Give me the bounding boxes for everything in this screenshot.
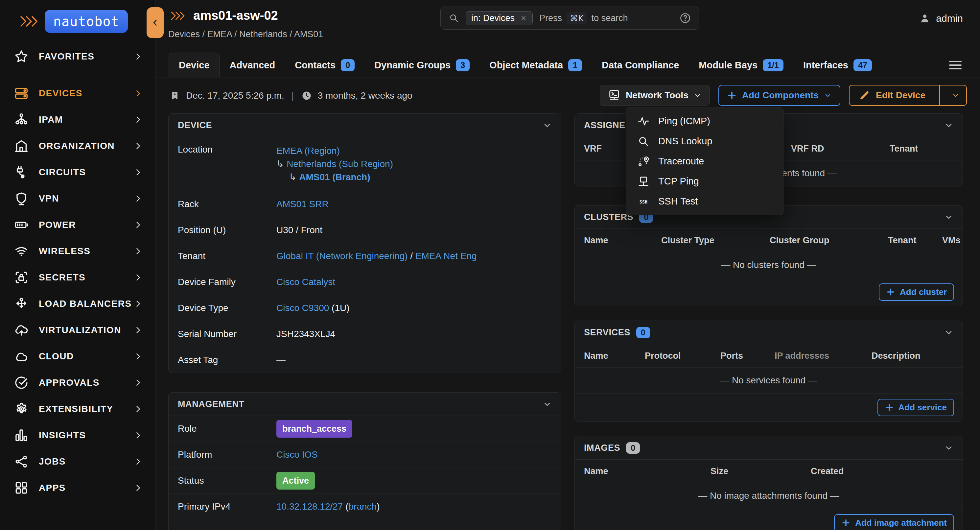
tab-count-badge: 1/1: [763, 59, 783, 72]
chevron-down-icon[interactable]: [542, 399, 552, 409]
sidebar-item-ipam[interactable]: IPAM: [0, 107, 155, 133]
sidebar-item-apps[interactable]: APPS: [0, 475, 155, 501]
sidebar-collapse-button[interactable]: [146, 7, 164, 38]
global-search[interactable]: in: Devices Press ⌘K to search: [441, 6, 699, 30]
sidebar-item-power[interactable]: POWER: [0, 212, 155, 238]
edit-device-button[interactable]: Edit Device: [850, 86, 934, 105]
sidebar-item-wireless[interactable]: WIRELESS: [0, 238, 155, 264]
column-header-tenant[interactable]: Tenant: [889, 144, 953, 154]
sidebar-nav: FAVORITES DEVICES IPAM ORGANIZATION CIRC…: [0, 43, 155, 501]
add-components-button[interactable]: Add Components: [718, 85, 840, 106]
add-cluster-button[interactable]: Add cluster: [879, 283, 954, 301]
value-link[interactable]: branch: [349, 501, 377, 512]
breadcrumb[interactable]: Devices / EMEA / Netherlands / AMS01: [168, 29, 323, 40]
role-badge: branch_access: [276, 420, 352, 438]
menu-item-dns-lookup[interactable]: DNS Lookup: [626, 131, 783, 151]
column-header-description[interactable]: Description: [872, 351, 953, 361]
chevron-down-icon[interactable]: [944, 212, 953, 221]
column-header-created[interactable]: Created: [811, 466, 953, 476]
field-label: Asset Tag: [178, 355, 276, 365]
tab-module-bays[interactable]: Module Bays 1/1: [689, 53, 793, 78]
column-header-name[interactable]: Name: [584, 351, 645, 361]
chevron-down-icon[interactable]: [944, 121, 953, 130]
column-header-tenant[interactable]: Tenant: [888, 236, 942, 246]
value-link[interactable]: Cisco Catalyst: [276, 277, 335, 287]
sidebar-item-extensibility[interactable]: EXTENSIBILITY: [0, 396, 155, 422]
sidebar-item-organization[interactable]: ORGANIZATION: [0, 133, 155, 159]
field-value: U30 / Front: [276, 224, 322, 237]
sidebar-item-vpn[interactable]: VPN: [0, 185, 155, 212]
menu-item-ssh-test[interactable]: SSH SSH Test: [626, 191, 783, 212]
apps-icon: [14, 481, 29, 495]
chevron-down-icon[interactable]: [944, 328, 953, 337]
search-scope-chip[interactable]: in: Devices: [466, 11, 533, 25]
sidebar-item-jobs[interactable]: JOBS: [0, 449, 155, 475]
value-link[interactable]: EMEA (Region): [276, 146, 340, 156]
tab-contacts[interactable]: Contacts 0: [285, 53, 364, 78]
column-header-name[interactable]: Name: [584, 236, 661, 246]
column-header-protocol[interactable]: Protocol: [645, 351, 721, 361]
column-header-vms[interactable]: VMs: [942, 236, 961, 246]
value-link[interactable]: 10.32.128.12/27: [276, 501, 343, 512]
menu-icon[interactable]: [949, 61, 962, 69]
tab-object-metadata[interactable]: Object Metadata 1: [479, 53, 592, 78]
value-link[interactable]: Cisco C9300: [276, 303, 329, 313]
column-header-cluster-type[interactable]: Cluster Type: [661, 236, 770, 246]
sidebar-item-approvals[interactable]: APPROVALS: [0, 369, 155, 396]
field-value: EMEA (Region)↳ Netherlands (Sub Region)↳…: [276, 144, 393, 184]
value-link[interactable]: Global IT (Network Engineering): [276, 251, 407, 261]
edit-device-dropdown-toggle[interactable]: [945, 86, 966, 105]
field-value: Cisco Catalyst: [276, 275, 335, 289]
sidebar-item-load-balancers[interactable]: LOAD BALANCERS: [0, 291, 155, 317]
search-hint-prefix: Press: [539, 13, 562, 23]
plus-icon: [727, 91, 737, 100]
column-header-name[interactable]: Name: [584, 466, 711, 476]
value-link[interactable]: EMEA Net Eng: [415, 251, 477, 261]
column-header-ports[interactable]: Ports: [721, 351, 775, 361]
sidebar-item-secrets[interactable]: SECRETS: [0, 264, 155, 291]
menu-item-ping-icmp[interactable]: Ping (ICMP): [626, 111, 783, 131]
sidebar-item-virtualization[interactable]: VIRTUALIZATION: [0, 317, 155, 343]
field-value: 10.32.128.12/27 (branch): [276, 500, 380, 513]
value-link[interactable]: AMS01 SRR: [276, 199, 329, 209]
sidebar-item-insights[interactable]: INSIGHTS: [0, 422, 155, 449]
tab-interfaces[interactable]: Interfaces 47: [793, 53, 882, 78]
extensibility-icon: [14, 401, 29, 417]
network-tools-menu: Ping (ICMP) DNS Lookup Traceroute TCP Pi…: [626, 108, 783, 215]
clusters-panel: CLUSTERS 0 NameCluster TypeCluster Group…: [574, 205, 963, 306]
sidebar-item-circuits[interactable]: CIRCUITS: [0, 159, 155, 185]
column-header-size[interactable]: Size: [711, 466, 811, 476]
chevron-down-icon[interactable]: [944, 443, 953, 452]
add-service-button[interactable]: Add service: [877, 399, 954, 416]
sidebar-item-label: ORGANIZATION: [39, 141, 134, 151]
menu-item-tcp-ping[interactable]: TCP Ping: [626, 171, 783, 191]
chevron-down-icon[interactable]: [542, 121, 552, 130]
sidebar-item-favorites[interactable]: FAVORITES: [0, 43, 155, 70]
logo-row[interactable]: nautobot: [0, 0, 155, 33]
column-header-vrf-rd[interactable]: VRF RD: [791, 144, 889, 154]
value-link[interactable]: Netherlands (Sub Region): [286, 159, 393, 169]
user-menu[interactable]: admin: [919, 13, 963, 24]
network-tools-button[interactable]: Network Tools: [600, 85, 710, 106]
search-icon: [637, 135, 650, 148]
value-link[interactable]: AMS01 (Branch): [299, 172, 370, 182]
field-row-device-family: Device Family Cisco Catalyst: [169, 269, 561, 295]
sidebar-item-cloud[interactable]: CLOUD: [0, 343, 155, 369]
tab-dynamic-groups[interactable]: Dynamic Groups 3: [364, 53, 479, 78]
field-value: Global IT (Network Engineering) / EMEA N…: [276, 250, 477, 263]
sidebar-item-devices[interactable]: DEVICES: [0, 80, 155, 107]
add-image-attachment-button[interactable]: Add image attachment: [834, 514, 954, 530]
app-logo[interactable]: nautobot: [45, 10, 128, 33]
close-icon[interactable]: [520, 14, 527, 22]
help-icon[interactable]: [679, 12, 691, 24]
menu-item-traceroute[interactable]: Traceroute: [626, 151, 783, 171]
bookmark-icon[interactable]: [170, 91, 180, 101]
column-header-cluster-group[interactable]: Cluster Group: [770, 236, 888, 246]
person-icon: [919, 13, 931, 24]
tab-device[interactable]: Device: [169, 53, 220, 78]
value-link[interactable]: Cisco IOS: [276, 449, 318, 460]
field-label: Status: [178, 476, 276, 486]
title-chevrons-icon: [168, 10, 187, 22]
tab-data-compliance[interactable]: Data Compliance: [592, 53, 689, 78]
tab-advanced[interactable]: Advanced: [220, 53, 285, 78]
